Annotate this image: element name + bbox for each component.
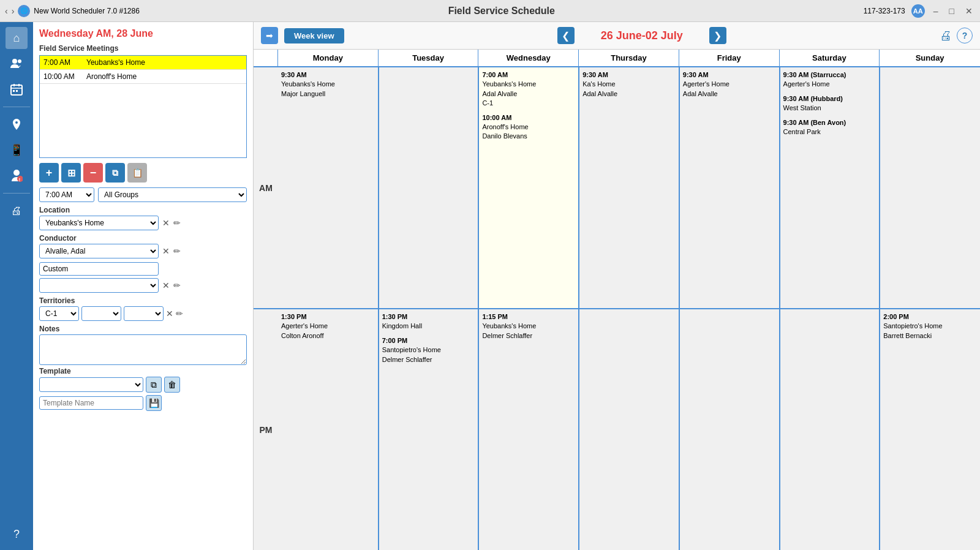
title-bar-left: ‹ › 🌐 New World Scheduler 7.0 #1286 (5, 5, 140, 17)
user-avatar[interactable]: AA (911, 4, 925, 18)
go-arrow-button[interactable]: ➡ (261, 27, 278, 44)
sidebar-item-calendar[interactable] (6, 78, 28, 100)
entry-sat-am-1: 9:30 AM (Starrucca) Agerter's Home (783, 70, 876, 89)
template-section: Template ⧉ 🗑 💾 (39, 367, 247, 411)
territory-clear-button[interactable]: ✕ (166, 309, 173, 318)
am-sunday (880, 67, 980, 308)
sidebar: ⌂ 📱 (0, 22, 33, 550)
custom-select[interactable] (39, 278, 159, 293)
print-button[interactable]: 🖨 (940, 29, 952, 43)
header-monday: Monday (278, 50, 379, 66)
title-bar-right: 117-323-173 AA – □ ✕ (864, 4, 975, 18)
entry-fri-am-1: 9:30 AM Agerter's Home Adal Alvalle (683, 70, 776, 99)
svg-point-1 (18, 59, 21, 63)
entry-tue-pm-1: 1:30 PM Kingdom Hall (382, 312, 475, 331)
sidebar-item-phone[interactable]: 📱 (6, 139, 28, 161)
conductor-edit-button[interactable]: ✏ (173, 246, 181, 256)
template-delete-button[interactable]: 🗑 (164, 377, 180, 393)
header-thursday: Thursday (579, 50, 679, 66)
conductor-row: Alvalle, Adal ✕ ✏ (39, 244, 247, 258)
add-group-button[interactable]: ⊞ (61, 163, 81, 183)
location-row: Yeubanks's Home ✕ ✏ (39, 216, 247, 230)
meeting-list-empty (40, 84, 246, 157)
conductor-select[interactable]: Alvalle, Adal (39, 244, 159, 258)
remove-meeting-button[interactable]: − (83, 163, 103, 183)
custom-select-row: ✕ ✏ (39, 278, 247, 293)
notes-input[interactable] (39, 334, 247, 365)
entry-wed-pm-1: 1:15 PM Yeubanks's Home Delmer Schlaffer (482, 312, 575, 341)
svg-rect-7 (16, 90, 18, 92)
pm-grid: 1:30 PM Agerter's Home Colton Aronoff 1:… (278, 309, 980, 550)
pm-row: PM 1:30 PM Agerter's Home Colton Aronoff (254, 309, 980, 550)
location-section: Location Yeubanks's Home ✕ ✏ (39, 206, 247, 234)
am-saturday: 9:30 AM (Starrucca) Agerter's Home 9:30 … (780, 67, 880, 308)
title-bar: ‹ › 🌐 New World Scheduler 7.0 #1286 Fiel… (0, 0, 980, 22)
territory-select-2[interactable] (81, 306, 121, 321)
location-select[interactable]: Yeubanks's Home (39, 216, 159, 230)
time-select[interactable]: 7:00 AM (39, 187, 94, 202)
am-row: AM 9:30 AM Yeubanks's Home Major Languel… (254, 67, 980, 309)
header-saturday: Saturday (780, 50, 880, 66)
territory-select-3[interactable] (124, 306, 164, 321)
help-button[interactable]: ? (957, 28, 973, 43)
time-group-row: 7:00 AM All Groups (39, 187, 247, 202)
entry-wed-am-2: 10:00 AM Aronoff's Home Danilo Blevans (482, 113, 575, 141)
entry-sun-pm-1: 2:00 PM Santopietro's Home Barrett Berna… (883, 312, 977, 341)
prev-week-button[interactable]: ❮ (557, 27, 575, 44)
maximize-button[interactable]: □ (947, 6, 957, 16)
sidebar-divider-2 (3, 193, 29, 194)
paste-button[interactable]: 📋 (127, 163, 147, 183)
nav-back-btn[interactable]: ‹ (5, 6, 8, 16)
add-meeting-button[interactable]: + (39, 163, 59, 183)
nav-forward-btn[interactable]: › (12, 6, 15, 16)
conductor-section: Conductor Alvalle, Adal ✕ ✏ (39, 234, 247, 262)
notes-section: Notes (39, 325, 247, 367)
pm-tuesday: 1:30 PM Kingdom Hall 7:00 PM Santopietro… (379, 309, 479, 550)
custom-clear-button[interactable]: ✕ (162, 281, 170, 290)
template-save-button[interactable]: 💾 (146, 395, 162, 411)
minimize-button[interactable]: – (931, 6, 941, 16)
meeting-location-2: Aronoff's Home (86, 72, 137, 81)
template-row: ⧉ 🗑 (39, 377, 247, 393)
meeting-time-1: 7:00 AM (43, 58, 86, 67)
sidebar-item-people[interactable] (6, 53, 28, 75)
sidebar-item-alert-user[interactable]: ! (6, 165, 28, 187)
location-edit-button[interactable]: ✏ (173, 218, 181, 228)
custom-edit-button[interactable]: ✏ (173, 281, 181, 290)
conductor-clear-button[interactable]: ✕ (162, 246, 170, 256)
sidebar-item-home[interactable]: ⌂ (6, 27, 28, 49)
sidebar-item-print[interactable]: 🖨 (6, 200, 28, 222)
copy-button[interactable]: ⧉ (105, 163, 125, 183)
location-clear-button[interactable]: ✕ (162, 218, 170, 228)
sidebar-item-map[interactable] (6, 113, 28, 135)
close-button[interactable]: ✕ (963, 6, 975, 16)
territory-edit-button[interactable]: ✏ (176, 309, 183, 318)
custom-input[interactable] (39, 262, 159, 276)
am-wednesday: 7:00 AM Yeubanks's Home Adal Alvalle C-1… (478, 67, 579, 308)
meetings-title: Field Service Meetings (39, 44, 247, 53)
meeting-list: 7:00 AM Yeubanks's Home 10:00 AM Aronoff… (39, 55, 247, 158)
meeting-row-2[interactable]: 10:00 AM Aronoff's Home (40, 70, 246, 84)
entry-mon-pm-1: 1:30 PM Agerter's Home Colton Aronoff (281, 312, 375, 341)
template-name-input[interactable] (39, 396, 143, 410)
top-bar: ➡ Week view ❮ 26 June-02 July ❯ 🖨 ? (254, 22, 980, 50)
next-week-button[interactable]: ❯ (709, 27, 726, 44)
am-monday: 9:30 AM Yeubanks's Home Major Languell (278, 67, 379, 308)
territory-select-1[interactable]: C-1 (39, 306, 79, 321)
entry-wed-am-1: 7:00 AM Yeubanks's Home Adal Alvalle C-1 (482, 70, 575, 108)
week-view-button[interactable]: Week view (284, 28, 344, 43)
header-tuesday: Tuesday (379, 50, 479, 66)
meeting-row-1[interactable]: 7:00 AM Yeubanks's Home (40, 56, 246, 70)
template-select[interactable] (39, 377, 143, 392)
sidebar-divider-1 (3, 107, 29, 107)
conductor-label: Conductor (39, 234, 247, 243)
notes-label: Notes (39, 325, 247, 333)
sidebar-item-help[interactable]: ? (6, 523, 28, 545)
header-sunday: Sunday (880, 50, 980, 66)
pm-wednesday: 1:15 PM Yeubanks's Home Delmer Schlaffer (478, 309, 579, 550)
group-select[interactable]: All Groups (98, 187, 247, 202)
version-label: 117-323-173 (864, 7, 905, 15)
custom-section: ✕ ✏ (39, 262, 247, 296)
meeting-time-2: 10:00 AM (43, 72, 86, 81)
template-copy-button[interactable]: ⧉ (146, 377, 162, 393)
